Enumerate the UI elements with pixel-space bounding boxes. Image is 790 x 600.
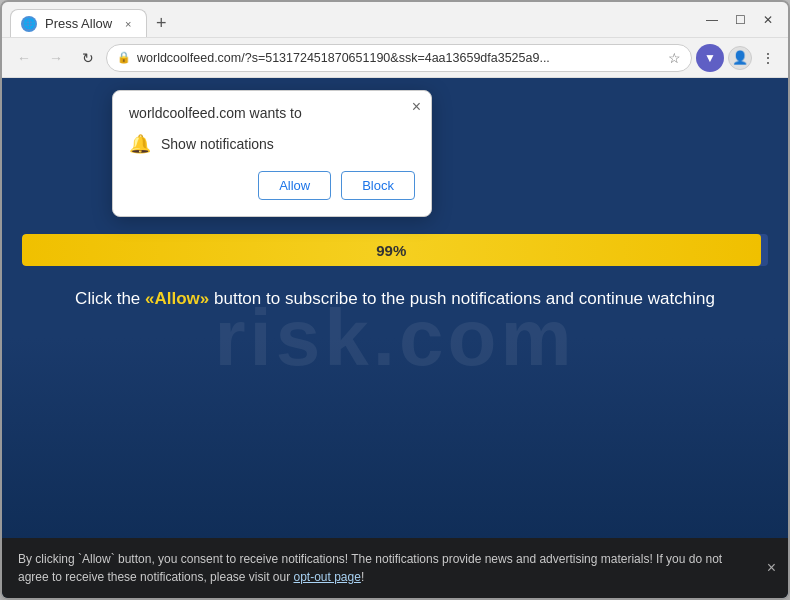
cta-text: Click the «Allow» button to subscribe to… — [45, 266, 745, 332]
extension-arrow-icon: ▼ — [704, 51, 716, 65]
progress-text: 99% — [376, 242, 406, 259]
bottom-banner: By clicking `Allow` button, you consent … — [2, 538, 788, 598]
progress-bar-fill: 99% — [22, 234, 761, 266]
banner-text-end: ! — [361, 570, 364, 584]
new-tab-button[interactable]: + — [147, 9, 175, 37]
opt-out-link[interactable]: opt-out page — [293, 570, 360, 584]
browser-window: 🌐 Press Allow × + — ☐ ✕ ← → ↻ 🔒 worldcoo… — [0, 0, 790, 600]
address-text: worldcoolfeed.com/?s=513172451870651190&… — [137, 51, 662, 65]
window-controls: — ☐ ✕ — [700, 10, 780, 30]
popup-title: worldcoolfeed.com wants to — [129, 105, 415, 121]
bell-icon: 🔔 — [129, 133, 151, 155]
cta-before: Click the — [75, 289, 145, 308]
cta-allow-text: «Allow» — [145, 289, 209, 308]
progress-area: 99% — [2, 218, 788, 266]
block-button[interactable]: Block — [341, 171, 415, 200]
progress-bar-container: 99% — [22, 234, 768, 266]
allow-button[interactable]: Allow — [258, 171, 331, 200]
profile-button[interactable]: 👤 — [728, 46, 752, 70]
tab-title: Press Allow — [45, 16, 112, 31]
tab-favicon: 🌐 — [21, 16, 37, 32]
reload-button[interactable]: ↻ — [74, 44, 102, 72]
forward-button[interactable]: → — [42, 44, 70, 72]
person-icon: 👤 — [732, 50, 748, 65]
popup-close-button[interactable]: × — [412, 99, 421, 115]
popup-buttons: Allow Block — [129, 171, 415, 200]
popup-permission-row: 🔔 Show notifications — [129, 133, 415, 155]
title-bar: 🌐 Press Allow × + — ☐ ✕ — [2, 2, 788, 38]
cta-after: button to subscribe to the push notifica… — [209, 289, 715, 308]
banner-close-button[interactable]: × — [767, 556, 776, 580]
close-button[interactable]: ✕ — [756, 10, 780, 30]
active-tab[interactable]: 🌐 Press Allow × — [10, 9, 147, 37]
extension-button[interactable]: ▼ — [696, 44, 724, 72]
maximize-button[interactable]: ☐ — [728, 10, 752, 30]
page-content: risk.com × worldcoolfeed.com wants to 🔔 … — [2, 78, 788, 598]
back-button[interactable]: ← — [10, 44, 38, 72]
bookmark-icon[interactable]: ☆ — [668, 50, 681, 66]
navigation-bar: ← → ↻ 🔒 worldcoolfeed.com/?s=51317245187… — [2, 38, 788, 78]
banner-text: By clicking `Allow` button, you consent … — [18, 552, 722, 584]
tab-close-button[interactable]: × — [120, 16, 136, 32]
tab-area: 🌐 Press Allow × + — [10, 2, 686, 37]
notification-popup: × worldcoolfeed.com wants to 🔔 Show noti… — [112, 90, 432, 217]
minimize-button[interactable]: — — [700, 10, 724, 30]
address-bar[interactable]: 🔒 worldcoolfeed.com/?s=51317245187065119… — [106, 44, 692, 72]
more-options-button[interactable]: ⋮ — [756, 46, 780, 70]
lock-icon: 🔒 — [117, 51, 131, 64]
permission-text: Show notifications — [161, 136, 274, 152]
